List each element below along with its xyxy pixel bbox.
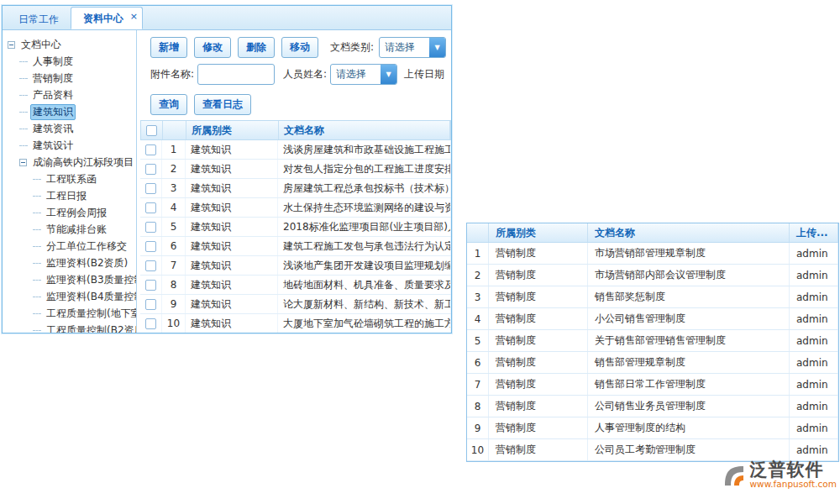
category-cell: 建筑知识 [186, 179, 278, 197]
row-checkbox[interactable] [145, 241, 156, 252]
tree-item-label: 监理资料(B3质量控制) [44, 272, 136, 288]
document-row[interactable]: 7 建筑知识 浅谈地产集团开发建设项目监理规划编... [140, 256, 451, 276]
move-button[interactable]: 移动 [281, 37, 318, 58]
close-icon[interactable]: × [130, 5, 138, 28]
uploader-cell: admin [790, 352, 838, 373]
marketing-doc-row[interactable]: 2 营销制度 市场营销部内部会议管理制度 admin [467, 265, 838, 286]
collapse-icon[interactable] [8, 41, 15, 49]
add-button[interactable]: 新增 [150, 37, 187, 58]
delete-button[interactable]: 删除 [238, 37, 275, 58]
document-row[interactable]: 10 建筑知识 大厦地下室加气砼墙砌筑工程的施工方... [140, 314, 451, 333]
tree-item[interactable]: 监理资料(B2资质) [3, 255, 136, 271]
category-cell: 建筑知识 [186, 314, 278, 333]
document-center-window: 日常工作 资料中心 × 文档中心 人事制度 营销制度 产品资料 建筑知识 建筑资… [2, 5, 452, 333]
marketing-doc-row[interactable]: 5 营销制度 关于销售部管理销售管理制度 admin [467, 330, 838, 352]
attachment-name-input[interactable] [197, 64, 275, 85]
tree-item[interactable]: 工程质量控制(B2资质) [3, 322, 136, 333]
row-checkbox[interactable] [145, 183, 156, 194]
document-row[interactable]: 4 建筑知识 水土保持生态环境监测网络的建设与资... [140, 198, 451, 218]
document-row[interactable]: 5 建筑知识 2018标准化监理项目部(业主项目部)人员... [140, 218, 451, 237]
view-log-button[interactable]: 查看日志 [194, 94, 251, 115]
marketing-doc-row[interactable]: 3 营销制度 销售部奖惩制度 admin [467, 286, 838, 308]
tree-item[interactable]: 人事制度 [3, 53, 136, 70]
row-checkbox[interactable] [145, 202, 156, 213]
tab-data-center-label: 资料中心 [83, 13, 123, 24]
document-row[interactable]: 9 建筑知识 论大厦新材料、新结构、新技术、新工... [140, 295, 451, 314]
category-cell: 建筑知识 [186, 198, 278, 217]
category-header: 所属别类 [186, 121, 279, 139]
tree-item[interactable]: 营销制度 [3, 70, 136, 87]
category-cell: 营销制度 [489, 352, 588, 373]
document-row[interactable]: 2 建筑知识 对发包人指定分包的工程施工进度安排... [140, 160, 451, 179]
person-name-select[interactable]: 请选择 ▼ [330, 64, 397, 85]
tree-item[interactable]: 工程例会周报 [3, 204, 136, 221]
row-checkbox[interactable] [145, 222, 156, 233]
tree-item[interactable]: 建筑知识 [3, 103, 136, 120]
category-cell: 营销制度 [489, 330, 588, 351]
row-checkbox[interactable] [145, 260, 156, 271]
tree-connector [33, 313, 41, 314]
tree-item[interactable]: 成渝高铁内江标段项目 [3, 154, 136, 171]
marketing-doc-row[interactable]: 1 营销制度 市场营销部管理规章制度 admin [467, 243, 838, 265]
tree-item[interactable]: 分工单位工作移交 [3, 238, 136, 255]
marketing-doc-row[interactable]: 7 营销制度 销售部日常工作管理制度 admin [467, 374, 838, 396]
tree-item-label: 工程质量控制(地下室) [44, 306, 136, 322]
doc-name-cell: 对发包人指定分包的工程施工进度安排... [278, 160, 451, 178]
marketing-doc-row[interactable]: 9 营销制度 人事管理制度的结构 admin [467, 417, 838, 439]
row-checkbox[interactable] [145, 280, 156, 291]
select-all-cell [141, 121, 163, 139]
row-checkbox[interactable] [145, 144, 156, 155]
marketing-table-header: 所属别类 文档名称 上传... [467, 223, 838, 243]
edit-button[interactable]: 修改 [194, 37, 231, 58]
tab-data-center[interactable]: 资料中心 × [71, 7, 143, 29]
document-row[interactable]: 6 建筑知识 建筑工程施工发包与承包违法行为认定... [140, 237, 451, 256]
marketing-doc-row[interactable]: 6 营销制度 销售部管理规章制度 admin [467, 352, 838, 374]
tree-item[interactable]: 节能减排台账 [3, 221, 136, 238]
document-row[interactable]: 1 建筑知识 浅谈房屋建筑和市政基础设施工程施工... [140, 140, 451, 160]
query-button[interactable]: 查询 [150, 94, 187, 115]
doc-name-cell: 浅谈地产集团开发建设项目监理规划编... [278, 256, 451, 275]
tree-item[interactable]: 产品资料 [3, 87, 136, 103]
row-checkbox[interactable] [145, 164, 156, 175]
tree-connector [19, 112, 28, 113]
category-cell: 营销制度 [489, 308, 588, 329]
tree-connector [33, 246, 41, 247]
marketing-doc-row[interactable]: 10 营销制度 公司员工考勤管理制度 admin [467, 439, 838, 461]
tree-item[interactable]: 工程质量控制(地下室) [3, 305, 136, 322]
tree-item[interactable]: 工程联系函 [3, 171, 136, 187]
category-cell: 营销制度 [489, 286, 588, 307]
tree-connector [19, 129, 28, 129]
category-cell: 建筑知识 [186, 140, 278, 159]
tree-item[interactable]: 监理资料(B4质量控制) [3, 288, 136, 305]
tree-item[interactable]: 监理资料(B3质量控制) [3, 271, 136, 288]
tree-connector [33, 213, 41, 213]
tree-item-label: 工程日报 [44, 188, 89, 204]
collapse-icon[interactable] [19, 159, 27, 166]
uploader-header: 上传... [790, 223, 838, 242]
doc-name-cell: 公司销售业务员管理制度 [588, 396, 790, 417]
row-checkbox[interactable] [145, 318, 156, 329]
row-number-cell: 10 [467, 439, 489, 460]
doc-name-header: 文档名称 [279, 121, 450, 139]
category-cell: 营销制度 [489, 374, 588, 395]
chevron-down-icon[interactable]: ▼ [381, 65, 396, 84]
document-row[interactable]: 3 建筑知识 房屋建筑工程总承包投标书（技术标）... [140, 179, 451, 198]
tree-item[interactable]: 建筑设计 [3, 137, 136, 154]
select-all-checkbox[interactable] [146, 125, 157, 136]
document-table-header: 所属别类 文档名称 [140, 120, 451, 140]
tree-item[interactable]: 文档中心 [3, 36, 136, 53]
tree-item[interactable]: 建筑资讯 [3, 120, 136, 137]
tree-item-label: 营销制度 [30, 71, 76, 87]
chevron-down-icon[interactable]: ▼ [429, 38, 445, 57]
uploader-cell: admin [790, 396, 838, 417]
row-checkbox[interactable] [145, 299, 156, 310]
marketing-doc-row[interactable]: 4 营销制度 小公司销售管理制度 admin [467, 308, 838, 330]
document-row[interactable]: 8 建筑知识 地砖地面材料、机具准备、质量要求及... [140, 276, 451, 295]
tree-item[interactable]: 工程日报 [3, 187, 136, 204]
doc-category-select[interactable]: 请选择 ▼ [379, 37, 446, 58]
tab-daily-work[interactable]: 日常工作 [7, 10, 71, 29]
tree-item-label: 文档中心 [18, 37, 64, 53]
marketing-doc-row[interactable]: 8 营销制度 公司销售业务员管理制度 admin [467, 396, 838, 417]
row-number-cell: 9 [162, 295, 186, 313]
doc-name-cell: 公司员工考勤管理制度 [588, 439, 790, 460]
